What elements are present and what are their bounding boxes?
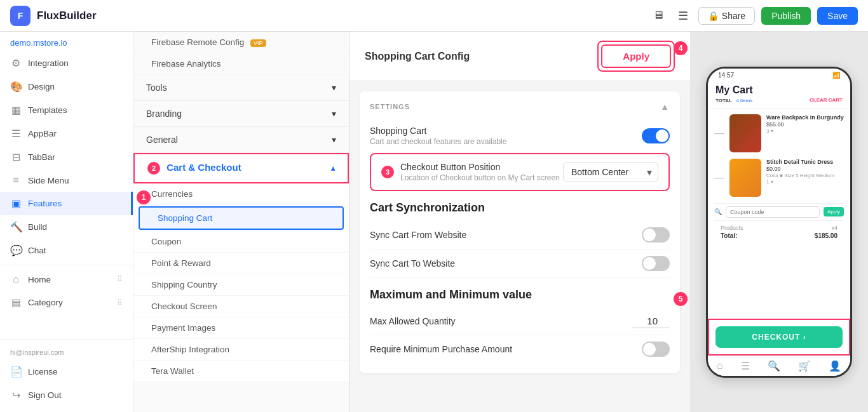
settings-card: SETTINGS ▲ Shopping Cart Cart and checko… bbox=[360, 91, 680, 373]
max-qty-info: Max Allowed Quantity bbox=[370, 316, 456, 326]
settings-section-label: SETTINGS ▲ bbox=[370, 102, 670, 112]
nav-cart-icon[interactable]: 🛒 bbox=[798, 360, 811, 372]
shipping-country-item[interactable]: Shipping Country bbox=[133, 274, 349, 296]
checkout-screen-item[interactable]: Checkout Screen bbox=[133, 296, 349, 317]
phone-cart-title: My Cart bbox=[715, 84, 843, 96]
aftership-label: AfterShip Integration bbox=[151, 345, 229, 354]
sync-to-toggle[interactable] bbox=[642, 256, 670, 271]
step-4-position: 4 bbox=[674, 41, 688, 55]
shopping-cart-label: Shopping Cart bbox=[158, 213, 212, 223]
checkout-position-dropdown[interactable]: Bottom Center Bottom Left Bottom Right T… bbox=[563, 162, 658, 182]
products-label: Products bbox=[721, 225, 743, 231]
sidebar-label-license: License bbox=[28, 367, 58, 376]
cart-sync-title: Cart Synchronization bbox=[370, 201, 670, 215]
general-header[interactable]: General ▾ bbox=[133, 127, 349, 153]
tools-header[interactable]: Tools ▾ bbox=[133, 75, 349, 101]
tera-wallet-item[interactable]: Tera Wallet bbox=[133, 361, 349, 382]
cart-checkout-label: Cart & Checkout bbox=[166, 162, 241, 173]
header: F FluxBuilder 🖥 ☰ 🔒 Share Publish Save bbox=[0, 0, 868, 32]
templates-icon: ▦ bbox=[10, 104, 22, 116]
apply-button[interactable]: Apply bbox=[601, 44, 671, 68]
minus-icon-1[interactable]: — bbox=[714, 128, 724, 139]
coupon-input[interactable] bbox=[726, 206, 820, 218]
nav-search-icon[interactable]: 🔍 bbox=[768, 360, 780, 372]
shopping-cart-label: Shopping Cart bbox=[370, 126, 506, 136]
sidebar-label-build: Build bbox=[28, 222, 47, 232]
coupon-item[interactable]: Coupon bbox=[133, 231, 349, 253]
sidebar-item-design[interactable]: 🎨 Design bbox=[0, 75, 133, 98]
cart-checkout-chevron: ▴ bbox=[331, 164, 335, 173]
save-button[interactable]: Save bbox=[817, 7, 858, 25]
signout-icon: ↪ bbox=[10, 389, 22, 401]
max-qty-input[interactable] bbox=[632, 314, 670, 328]
cart-checkout-header[interactable]: 2 Cart & Checkout ▴ bbox=[133, 153, 349, 183]
branding-header[interactable]: Branding ▾ bbox=[133, 101, 349, 127]
sidebar-item-license[interactable]: 📄 License bbox=[0, 360, 133, 383]
general-chevron: ▾ bbox=[332, 135, 336, 145]
nav-menu-icon[interactable]: ☰ bbox=[741, 360, 750, 372]
cart-item-price-2: $0.00 bbox=[766, 166, 844, 172]
currencies-item[interactable]: Currencies bbox=[133, 183, 349, 205]
coupon-search-icon: 🔍 bbox=[714, 208, 722, 215]
monitor-icon[interactable]: 🖥 bbox=[649, 6, 668, 25]
cart-item-qty-1: 3 ▾ bbox=[766, 128, 844, 134]
share-button[interactable]: 🔒 Share bbox=[698, 7, 755, 25]
cart-item-info-2: Stitch Detail Tunic Dress $0.00 Color ■ … bbox=[766, 159, 844, 185]
sync-from-toggle[interactable] bbox=[642, 227, 670, 243]
sidebar-label-tabbar: TabBar bbox=[28, 152, 55, 162]
sidebar-label-design: Design bbox=[28, 82, 55, 91]
sidebar-item-category[interactable]: ▤ Category ⠿ bbox=[0, 291, 133, 314]
payment-images-label: Payment Images bbox=[151, 323, 215, 333]
phone-cart-sub: TOTAL 4 items CLEAR CART bbox=[715, 97, 843, 103]
sidebar-item-signout[interactable]: ↪ Sign Out bbox=[0, 383, 133, 407]
firebase-analytics-item[interactable]: Firebase Analytics bbox=[133, 53, 349, 75]
sidebar-item-build[interactable]: 🔨 Build bbox=[0, 215, 133, 239]
sidebar-item-features[interactable]: ▣ Features bbox=[0, 192, 133, 215]
nav-profile-icon[interactable]: 👤 bbox=[829, 360, 841, 372]
publish-button[interactable]: Publish bbox=[761, 7, 811, 25]
firebase-remote-item[interactable]: Firebase Remote Config VIP bbox=[133, 32, 349, 53]
branding-label: Branding bbox=[146, 109, 182, 119]
sidebar-label-home: Home bbox=[28, 275, 51, 284]
home-icon: ⌂ bbox=[10, 274, 22, 285]
sidebar-item-integration[interactable]: ⚙ Integration bbox=[0, 51, 133, 75]
list-icon[interactable]: ☰ bbox=[674, 6, 692, 25]
checkout-button[interactable]: CHECKOUT › bbox=[715, 326, 843, 348]
sidebar-item-home[interactable]: ⌂ Home ⠿ bbox=[0, 268, 133, 291]
logo-icon: F bbox=[10, 6, 31, 26]
step-1-position: 1 bbox=[137, 190, 151, 204]
sidebar-item-appbar[interactable]: ☰ AppBar bbox=[0, 122, 133, 145]
aftership-item[interactable]: AfterShip Integration bbox=[133, 339, 349, 361]
cart-item-qty-2: 1 ▾ bbox=[766, 179, 844, 185]
sidebar-item-templates[interactable]: ▦ Templates bbox=[0, 98, 133, 122]
main-layout: demo.mstore.io ⚙ Integration 🎨 Design ▦ … bbox=[0, 32, 868, 412]
site-url[interactable]: demo.mstore.io bbox=[0, 32, 133, 51]
sidebar-bottom: hi@inspireui.com 📄 License ↪ Sign Out bbox=[0, 339, 133, 412]
build-icon: 🔨 bbox=[10, 221, 22, 233]
sidebar-item-chat[interactable]: 💬 Chat bbox=[0, 239, 133, 262]
shopping-cart-item[interactable]: Shopping Cart bbox=[139, 206, 344, 230]
sidebar-item-sidemenu[interactable]: ≡ Side Menu bbox=[0, 169, 133, 192]
coupon-label: Coupon bbox=[151, 237, 181, 246]
sidebar-email: hi@inspireui.com bbox=[0, 345, 133, 360]
content-title: Shopping Cart Config bbox=[365, 51, 470, 62]
sync-to-row: Sync Cart To Website bbox=[370, 249, 670, 278]
min-purchase-toggle[interactable] bbox=[642, 342, 670, 357]
sidebar-item-tabbar[interactable]: ⊟ TabBar bbox=[0, 145, 133, 169]
sidebar-label-chat: Chat bbox=[28, 246, 46, 255]
shopping-cart-toggle[interactable] bbox=[642, 128, 670, 143]
total-label: TOTAL bbox=[715, 98, 732, 103]
appbar-icon: ☰ bbox=[10, 128, 22, 140]
cart-item-name-1: Ware Backpack in Burgundy bbox=[766, 114, 844, 121]
shopping-cart-row: Shopping Cart Cart and checkout features… bbox=[370, 119, 670, 153]
coupon-apply-button[interactable]: Apply bbox=[824, 207, 844, 216]
shopping-cart-desc: Cart and checkout features are available bbox=[370, 137, 506, 146]
point-reward-item[interactable]: Point & Reward bbox=[133, 253, 349, 274]
total-price: $185.00 bbox=[815, 232, 837, 239]
minus-icon-2[interactable]: — bbox=[714, 172, 724, 183]
preview-panel: 14:57 📶 My Cart TOTAL 4 items CLEAR CART… bbox=[690, 32, 868, 412]
vip-badge: VIP bbox=[250, 39, 266, 47]
payment-images-item[interactable]: Payment Images bbox=[133, 317, 349, 339]
point-reward-label: Point & Reward bbox=[151, 258, 211, 268]
nav-home-icon[interactable]: ⌂ bbox=[717, 360, 723, 371]
